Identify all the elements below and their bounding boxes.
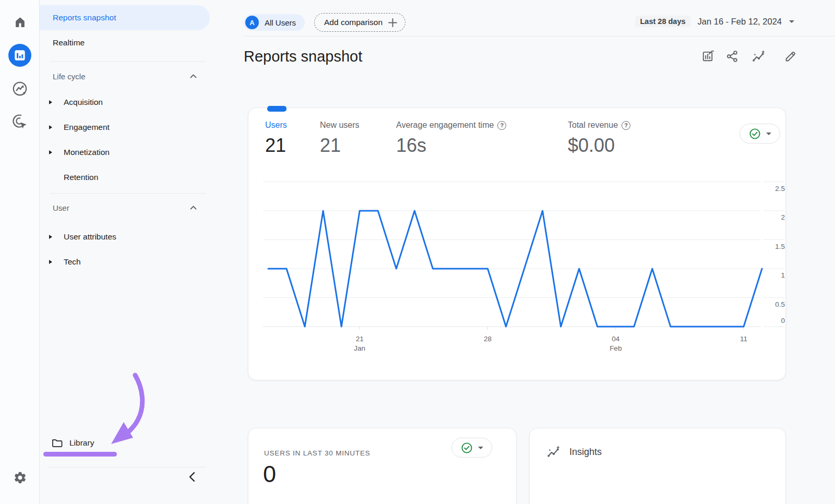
metric-value: 21	[320, 135, 360, 157]
sidebar-item-monetization[interactable]: Monetization	[40, 142, 209, 163]
section-label: Life cycle	[53, 72, 86, 81]
insights-card[interactable]: Insights	[529, 428, 786, 504]
overview-metrics-card: Users 21 New users 21 Average engagement…	[248, 107, 786, 380]
home-nav-button[interactable]	[0, 16, 40, 31]
dropdown-caret-icon	[789, 20, 794, 23]
metric-label: Users	[265, 121, 287, 130]
segment-label: All Users	[265, 18, 296, 27]
advertising-icon	[11, 113, 28, 132]
carousel-tab-indicator[interactable]	[267, 106, 287, 112]
svg-text:2: 2	[781, 213, 785, 221]
metric-avg-engagement-time[interactable]: Average engagement time ? 16s	[396, 121, 506, 157]
sidebar-item-retention[interactable]: Retention	[40, 167, 209, 188]
page-title: Reports snapshot	[244, 48, 362, 65]
reports-icon	[8, 44, 31, 67]
dropdown-caret-icon	[478, 447, 483, 449]
ga4-reports-snapshot-page: { "page": { "title": "Reports snapshot" …	[0, 0, 835, 504]
metric-value: 16s	[396, 135, 506, 157]
sidebar-item-reports-snapshot[interactable]: Reports snapshot	[40, 5, 210, 30]
chevron-up-icon	[190, 74, 197, 78]
dropdown-caret-icon	[766, 133, 771, 135]
collapse-sidebar-button[interactable]	[187, 471, 198, 485]
reports-sidebar: Reports snapshot Realtime Life cycle Acq…	[40, 0, 209, 504]
sidebar-divider	[50, 193, 206, 194]
segment-avatar: A	[245, 16, 259, 29]
chevron-up-icon	[190, 206, 197, 210]
admin-settings-button[interactable]	[0, 471, 40, 487]
svg-text:1: 1	[781, 271, 785, 279]
svg-text:0: 0	[781, 317, 785, 325]
header-divider	[244, 36, 835, 37]
expand-arrow-icon	[49, 235, 52, 239]
home-icon	[14, 16, 27, 31]
sidebar-item-label: Retention	[64, 173, 98, 182]
sidebar-item-label: Monetization	[64, 148, 110, 157]
data-quality-dropdown[interactable]	[451, 438, 492, 458]
svg-text:28: 28	[484, 335, 492, 343]
sidebar-item-user-attributes[interactable]: User attributes	[40, 226, 209, 247]
expand-arrow-icon	[49, 150, 52, 154]
help-icon[interactable]: ?	[622, 121, 630, 130]
insights-sparkline-icon	[546, 445, 560, 459]
sidebar-item-realtime[interactable]: Realtime	[40, 32, 209, 53]
customize-report-icon	[701, 50, 715, 63]
sidebar-section-life-cycle[interactable]: Life cycle	[40, 68, 209, 85]
sidebar-item-library[interactable]: Library	[40, 433, 209, 453]
date-range-selector[interactable]: Last 28 days Jan 16 - Feb 12, 2024	[635, 16, 794, 27]
reports-nav-button[interactable]	[0, 44, 40, 67]
insights-button[interactable]	[752, 50, 765, 63]
svg-text:21: 21	[356, 335, 364, 343]
edit-report-button[interactable]	[784, 50, 797, 63]
sidebar-item-label: Acquisition	[64, 98, 103, 107]
sidebar-item-label: Reports snapshot	[53, 5, 116, 30]
metric-label: Total revenue	[568, 121, 618, 130]
insights-card-label: Insights	[569, 447, 602, 458]
sidebar-item-engagement[interactable]: Engagement	[40, 117, 209, 138]
metric-new-users[interactable]: New users 21	[320, 121, 360, 157]
sidebar-item-label: Realtime	[53, 38, 85, 47]
sidebar-item-label: Tech	[64, 257, 81, 267]
settings-gear-icon	[13, 471, 27, 487]
svg-text:11: 11	[740, 335, 747, 343]
explore-nav-button[interactable]	[0, 80, 40, 99]
all-users-segment-chip[interactable]: A All Users	[244, 14, 305, 31]
metric-label: New users	[320, 121, 360, 130]
plus-icon	[388, 18, 398, 28]
sidebar-item-label: User attributes	[64, 232, 116, 242]
metric-value: 21	[265, 135, 287, 157]
metric-value: $0.00	[568, 135, 630, 157]
sidebar-item-acquisition[interactable]: Acquisition	[40, 92, 209, 113]
metric-users[interactable]: Users 21	[265, 121, 287, 157]
share-icon	[725, 50, 739, 63]
expand-arrow-icon	[49, 260, 52, 264]
svg-text:0.5: 0.5	[775, 301, 785, 308]
sidebar-item-label: Library	[69, 438, 94, 448]
check-circle-icon	[749, 128, 761, 140]
date-range-text: Jan 16 - Feb 12, 2024	[698, 17, 782, 27]
add-comparison-button[interactable]: Add comparison	[314, 13, 405, 32]
svg-text:04: 04	[612, 335, 620, 343]
sidebar-section-user[interactable]: User	[40, 199, 209, 216]
chevron-left-icon	[187, 471, 198, 483]
sidebar-item-tech[interactable]: Tech	[40, 251, 209, 272]
svg-text:2.5: 2.5	[775, 185, 785, 193]
metric-label: Average engagement time	[396, 121, 494, 130]
explore-icon	[11, 80, 28, 99]
edit-pencil-icon	[784, 50, 797, 63]
share-report-button[interactable]	[725, 50, 739, 63]
data-quality-dropdown[interactable]	[739, 124, 780, 143]
customize-report-button[interactable]	[701, 50, 715, 63]
help-icon[interactable]: ?	[497, 121, 506, 130]
sidebar-divider	[50, 61, 206, 62]
realtime-users-card[interactable]: USERS IN LAST 30 MINUTES 0	[248, 428, 517, 504]
expand-arrow-icon	[49, 100, 52, 104]
advertising-nav-button[interactable]	[0, 113, 40, 132]
realtime-users-value: 0	[263, 461, 276, 488]
folder-icon	[52, 438, 63, 448]
sidebar-divider	[49, 467, 206, 467]
svg-text:Jan: Jan	[354, 344, 365, 352]
check-circle-icon	[461, 442, 473, 454]
app-rail	[0, 0, 40, 504]
metric-total-revenue[interactable]: Total revenue ? $0.00	[568, 121, 630, 157]
date-preset-badge: Last 28 days	[635, 16, 690, 27]
